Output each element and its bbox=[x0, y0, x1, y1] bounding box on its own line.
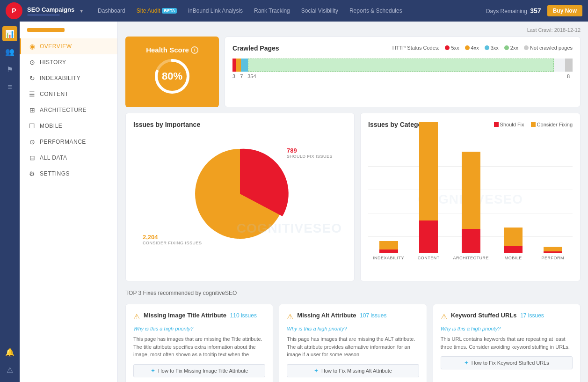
rec-issues-count-0[interactable]: 110 issues bbox=[230, 312, 257, 319]
sidebar-icon-warning[interactable]: ⚠ bbox=[2, 362, 17, 377]
bar-stack-indexability bbox=[379, 241, 398, 253]
legend-should-fix: Should Fix bbox=[494, 122, 524, 127]
crawled-pages-numbers: 3 7 354 8 bbox=[232, 73, 573, 79]
rec-issues-count-2[interactable]: 17 issues bbox=[520, 312, 544, 319]
issues-category-card: Issues by Category Should Fix Consider F… bbox=[360, 113, 581, 281]
fix-btn-0[interactable]: ✦ How to Fix Missing Image Title Attribu… bbox=[133, 364, 265, 377]
sidebar-item-indexability[interactable]: ↻ INDEXABILITY bbox=[20, 70, 117, 86]
indexability-icon: ↻ bbox=[29, 74, 36, 82]
sidebar-item-history[interactable]: ⊙ HISTORY bbox=[20, 54, 117, 70]
sidebar-item-performance[interactable]: ⊙ PERFORMANCE bbox=[20, 134, 117, 150]
buy-now-button[interactable]: Buy Now bbox=[547, 5, 582, 16]
legend-4xx: 4xx bbox=[465, 45, 479, 51]
bar-4xx bbox=[236, 59, 241, 72]
campaign-sub-bar bbox=[27, 14, 60, 16]
bar-label-indexability: INDEXABILITY bbox=[373, 256, 404, 260]
last-crawl-bar: Last Crawl: 2018-12-12 bbox=[125, 27, 581, 33]
bar-group-mobile: MOBILE bbox=[498, 228, 528, 260]
bar-label-architecture: ARCHITECTURE bbox=[453, 256, 489, 260]
sidebar-item-content[interactable]: ☰ CONTENT bbox=[20, 86, 117, 102]
bar-label-content: CONTENT bbox=[418, 256, 440, 260]
top-row: Health Score i 80% Crawled Pages HTTP St… bbox=[125, 37, 581, 107]
sidebar-icon-users[interactable]: 👥 bbox=[2, 44, 17, 59]
bar-group-indexability: INDEXABILITY bbox=[373, 241, 404, 260]
sidebar-icon-chart[interactable]: 📊 bbox=[2, 26, 17, 41]
sidebar-icon-flag[interactable]: ⚑ bbox=[2, 62, 17, 77]
nav-reports[interactable]: Reports & Schedules bbox=[345, 6, 407, 16]
bar-mobile-should bbox=[504, 246, 523, 253]
issues-importance-card: Issues by Importance 789 SHOUL bbox=[125, 113, 355, 281]
legend-dot-4xx bbox=[465, 45, 470, 50]
bar-architecture-consider bbox=[462, 152, 480, 229]
sidebar-icon-bell[interactable]: 🔔 bbox=[2, 345, 17, 360]
health-score-info-icon[interactable]: i bbox=[191, 46, 198, 54]
nav-rank[interactable]: Rank Tracking bbox=[249, 6, 295, 16]
bar-label-performance: PERFORM bbox=[542, 256, 565, 260]
bar-nc bbox=[565, 59, 573, 72]
mobile-icon: ☐ bbox=[29, 122, 36, 130]
priority-label-1[interactable]: Why is this a high priority? bbox=[287, 326, 419, 331]
sidebar-item-overview[interactable]: ◉ OVERVIEW bbox=[20, 38, 117, 54]
content-area: Last Crawl: 2018-12-12 Health Score i 80… bbox=[118, 22, 588, 382]
main-wrap: ◉ OVERVIEW ⊙ HISTORY ↻ INDEXABILITY ☰ CO… bbox=[20, 22, 588, 382]
bar-stack-performance bbox=[544, 247, 562, 253]
rec-title-row-1: ⚠ Missing Alt Attribute 107 issues bbox=[287, 312, 419, 321]
days-count: 357 bbox=[530, 7, 541, 15]
bar-stack-mobile bbox=[504, 228, 523, 253]
pie-chart-wrap: 789 SHOULD FIX ISSUES 2,204 CONSIDER FIX… bbox=[133, 138, 347, 250]
bar-2xx bbox=[248, 59, 554, 72]
bar-3xx bbox=[241, 59, 248, 72]
bar-content-consider bbox=[419, 122, 438, 220]
warning-icon-0: ⚠ bbox=[133, 312, 140, 321]
overview-icon: ◉ bbox=[29, 43, 36, 50]
bar-label-mobile: MOBILE bbox=[505, 256, 522, 260]
campaign-title: SEO Campaigns bbox=[27, 6, 74, 13]
legend-dot-nc bbox=[524, 45, 529, 50]
architecture-icon: ⊞ bbox=[29, 106, 36, 114]
warning-icon-2: ⚠ bbox=[441, 312, 447, 321]
health-circle: 80% bbox=[153, 58, 191, 95]
num-5xx: 3 bbox=[232, 73, 235, 79]
icon-sidebar: 📊 👥 ⚑ ≡ 🔔 ⚠ bbox=[0, 22, 20, 382]
bar-group-content: CONTENT bbox=[414, 122, 443, 260]
crawled-pages-bar bbox=[232, 59, 573, 72]
rec-title-row-2: ⚠ Keyword Stuffed URLs 17 issues bbox=[441, 312, 573, 321]
priority-label-0[interactable]: Why is this a high priority? bbox=[133, 326, 265, 331]
rec-card-1: ⚠ Missing Alt Attribute 107 issues Why i… bbox=[279, 304, 427, 382]
bar-architecture-should bbox=[462, 229, 480, 253]
bar-chart-container: COGNITIVESEO INDEXABILITY bbox=[368, 139, 573, 260]
rec-desc-0: This page has images that are missing th… bbox=[133, 335, 265, 359]
sidebar-item-settings[interactable]: ⚙ SETTINGS bbox=[20, 166, 117, 182]
bar-stack-architecture bbox=[462, 152, 480, 253]
legend-consider-fixing: Consider Fixing bbox=[531, 122, 573, 127]
beta-badge: BETA bbox=[162, 8, 177, 14]
nav-dashboard[interactable]: Dashboard bbox=[93, 6, 130, 16]
sidebar-item-architecture[interactable]: ⊞ ARCHITECTURE bbox=[20, 102, 117, 118]
days-remaining-label: Days Remaining 357 bbox=[486, 7, 543, 15]
legend-2xx: 2xx bbox=[504, 45, 518, 51]
rec-title-0: Missing Image Title Attribute bbox=[144, 312, 226, 319]
nav-inbound[interactable]: inBound Link Analysis bbox=[183, 6, 247, 16]
fix-btn-2[interactable]: ✦ How to Fix Keyword Stuffed URLs bbox=[441, 356, 573, 369]
sidebar-item-alldata[interactable]: ⊟ ALL DATA bbox=[20, 150, 117, 166]
warning-icon-1: ⚠ bbox=[287, 312, 293, 321]
issues-category-legend: Should Fix Consider Fixing bbox=[494, 122, 573, 127]
nav-site-audit[interactable]: Site Audit BETA bbox=[132, 6, 182, 16]
rec-issues-count-1[interactable]: 107 issues bbox=[360, 312, 386, 319]
rec-title-1: Missing Alt Attribute bbox=[297, 312, 356, 319]
nav-social[interactable]: Social Visibility bbox=[297, 6, 343, 16]
crawled-pages-card: Crawled Pages HTTP Status Codes: 5xx 4xx bbox=[225, 37, 581, 107]
fix-btn-1[interactable]: ✦ How to Fix Missing Alt Attribute bbox=[287, 364, 419, 377]
app-logo: P bbox=[6, 2, 22, 19]
sidebar-item-mobile[interactable]: ☐ MOBILE bbox=[20, 118, 117, 134]
bar-performance-should bbox=[544, 251, 562, 253]
rec-desc-1: This page has images that are missing th… bbox=[287, 335, 419, 359]
crawled-pages-title: Crawled Pages bbox=[232, 44, 279, 52]
sidebar-icon-bar[interactable]: ≡ bbox=[2, 80, 17, 95]
legend-not-crawled: Not crawled pages bbox=[524, 45, 573, 51]
fix-icon-1: ✦ bbox=[314, 367, 319, 374]
campaign-dropdown-icon[interactable]: ▼ bbox=[79, 8, 84, 14]
content-icon: ☰ bbox=[29, 90, 36, 98]
health-score-card: Health Score i 80% bbox=[125, 37, 219, 107]
priority-label-2[interactable]: Why is this a high priority? bbox=[441, 326, 573, 331]
